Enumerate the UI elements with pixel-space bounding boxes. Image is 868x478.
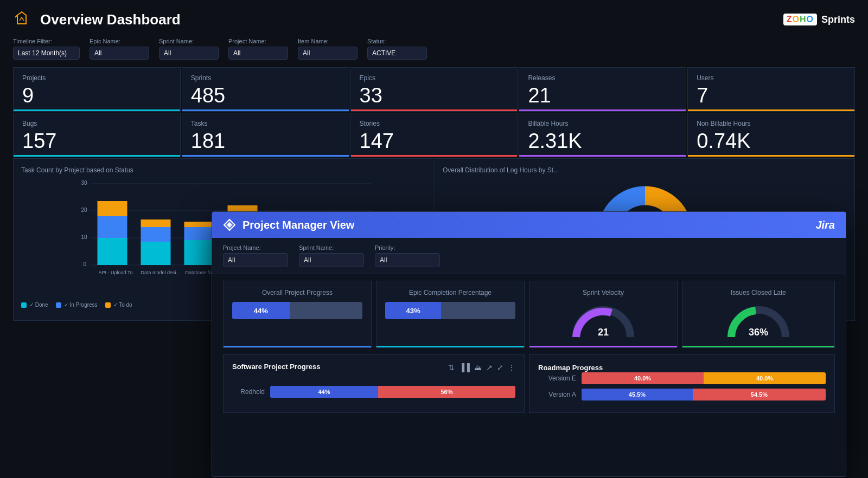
pm-filter-sprint-label: Sprint Name: xyxy=(299,244,364,251)
pm-filter-sprint-select[interactable]: All xyxy=(299,253,364,267)
stat-nonbillable-label: Non Billable Hours xyxy=(697,120,846,127)
pm-metric-epic-fill: 43% xyxy=(385,302,441,319)
pm-filters: Project Name: All Sprint Name: All Prior… xyxy=(212,238,846,274)
pm-diamond-icon xyxy=(223,218,236,231)
pm-filter-priority-select[interactable]: All High Medium Low xyxy=(375,253,440,267)
svg-rect-14 xyxy=(141,219,171,227)
stat-nonbillable: Non Billable Hours 0.74K xyxy=(687,113,855,157)
pm-bar-versionA-seg2: 54.5% xyxy=(693,389,826,401)
stats-row-2: Bugs 157 Tasks 181 Stories 147 Billable … xyxy=(13,113,855,157)
toolbar-more-icon[interactable]: ⋮ xyxy=(508,363,515,372)
filter-project-label: Project Name: xyxy=(228,38,288,44)
stat-users-value: 7 xyxy=(697,85,846,106)
filter-timeline-label: Timeline Filter: xyxy=(13,38,80,44)
pm-bar-versionE-seg2: 40.0% xyxy=(704,372,826,384)
filter-status-label: Status: xyxy=(367,38,427,44)
pm-metrics-row: Overall Project Progress 44% Epic Comple… xyxy=(212,281,846,348)
stat-projects: Projects 9 xyxy=(13,67,181,112)
filter-epic-select[interactable]: All xyxy=(90,47,149,60)
stat-billable-label: Billable Hours xyxy=(528,120,677,127)
zoho-h: H xyxy=(800,15,807,24)
bar-chart-title: Task Count by Project based on Status xyxy=(21,166,425,174)
pm-filter-project-select[interactable]: All xyxy=(223,253,288,267)
legend-todo-dot xyxy=(105,302,111,308)
stat-tasks-label: Tasks xyxy=(191,120,340,127)
stat-epics-value: 33 xyxy=(360,85,509,106)
pm-stacked-bar-redhold: 44% 56% xyxy=(270,386,515,398)
svg-rect-13 xyxy=(141,227,171,242)
filter-timeline-select[interactable]: Last 12 Month(s) xyxy=(13,47,80,60)
filter-timeline: Timeline Filter: Last 12 Month(s) xyxy=(13,38,80,60)
pm-roadmap-title: Roadmap Progress xyxy=(538,364,603,372)
issues-gauge-svg: 36% xyxy=(726,302,791,340)
pm-bar-row-redhold: Redhold 44% 56% xyxy=(232,386,515,398)
svg-rect-17 xyxy=(184,222,214,227)
filter-sprint-select[interactable]: All xyxy=(159,47,219,60)
stat-projects-value: 9 xyxy=(22,85,171,106)
filter-status-select[interactable]: ACTIVE xyxy=(367,47,427,60)
pm-software-title: Software Project Progress xyxy=(232,363,321,371)
pm-software-progress: Software Project Progress ⇅ ▐▐ ⛰ ↗ ⤢ ⋮ R… xyxy=(223,354,525,413)
legend-todo-label: ✓ To do xyxy=(113,302,132,308)
legend-done-label: ✓ Done xyxy=(29,302,48,308)
stats-row-1: Projects 9 Sprints 485 Epics 33 Releases… xyxy=(13,67,855,112)
stat-epics: Epics 33 xyxy=(350,67,518,112)
stat-billable-value: 2.31K xyxy=(528,131,677,151)
pm-bar-versionE-seg1: 40.0% xyxy=(582,372,704,384)
stat-releases-value: 21 xyxy=(528,85,677,106)
pm-metric-sprint-velocity: Sprint Velocity 21 xyxy=(529,281,678,348)
stat-releases-label: Releases xyxy=(528,74,677,82)
zoho-brand-text: Z O H O xyxy=(783,14,817,25)
stat-bugs-label: Bugs xyxy=(22,120,171,127)
zoho-o1: O xyxy=(793,15,800,24)
zoho-o2: O xyxy=(807,15,814,24)
stat-tasks-value: 181 xyxy=(191,131,340,151)
legend-done-dot xyxy=(21,302,27,308)
roadmap-versionE-label: Version E xyxy=(538,374,576,382)
filter-sprint-label: Sprint Name: xyxy=(159,38,219,44)
pm-overlay: Project Manager View Jira Project Name: … xyxy=(212,211,846,477)
toolbar-area-icon[interactable]: ⛰ xyxy=(474,363,482,372)
toolbar-expand-icon[interactable]: ⤢ xyxy=(497,363,503,372)
stat-stories-label: Stories xyxy=(360,120,509,127)
zoho-z: Z xyxy=(787,15,793,24)
filter-item-label: Item Name: xyxy=(298,38,358,44)
svg-text:30: 30 xyxy=(81,180,88,186)
pm-stacked-bar-versionA: 45.5% 54.5% xyxy=(582,389,826,401)
svg-text:36%: 36% xyxy=(749,327,768,338)
pm-bar-redhold-seg2: 56% xyxy=(378,386,515,398)
pm-stacked-bar-versionE: 40.0% 40.0% xyxy=(582,372,826,384)
stat-bugs: Bugs 157 xyxy=(13,113,181,157)
stat-epics-label: Epics xyxy=(360,74,509,82)
pm-bottom-row: Software Project Progress ⇅ ▐▐ ⛰ ↗ ⤢ ⋮ R… xyxy=(212,354,846,413)
toolbar-bar-icon[interactable]: ▐▐ xyxy=(459,363,470,372)
toolbar-export-icon[interactable]: ↗ xyxy=(486,363,493,372)
pm-header-left: Project Manager View xyxy=(223,218,354,231)
legend-inprogress-label: ✓ In Progress xyxy=(64,302,98,308)
roadmap-row-versionA: Version A 45.5% 54.5% xyxy=(538,389,826,401)
stat-billable: Billable Hours 2.31K xyxy=(519,113,686,157)
pm-view-title: Project Manager View xyxy=(242,219,354,231)
svg-rect-12 xyxy=(141,242,171,265)
legend-todo: ✓ To do xyxy=(105,302,132,308)
dashboard-title: Overview Dashboard xyxy=(40,11,181,28)
filter-item-select[interactable]: All xyxy=(298,47,358,60)
donut-chart-title: Overall Distribution of Log Hours by St.… xyxy=(443,166,847,174)
svg-text:0: 0 xyxy=(84,261,87,267)
pm-metric-issues-gauge: 36% xyxy=(691,302,826,340)
filter-project-select[interactable]: All xyxy=(228,47,288,60)
filter-epic-label: Epic Name: xyxy=(90,38,149,44)
legend-inprogress-dot xyxy=(56,302,61,308)
roadmap-row-versionE: Version E 40.0% 40.0% xyxy=(538,372,826,384)
stat-sprints-value: 485 xyxy=(191,85,340,106)
stat-users-label: Users xyxy=(697,74,846,82)
toolbar-sort-icon[interactable]: ⇅ xyxy=(448,363,455,372)
stat-users: Users 7 xyxy=(687,67,855,112)
svg-text:21: 21 xyxy=(598,327,609,338)
filters-row: Timeline Filter: Last 12 Month(s) Epic N… xyxy=(13,38,855,60)
pm-roadmap-progress: Roadmap Progress Version E 40.0% 40.0% V… xyxy=(529,354,835,413)
pm-filter-sprint: Sprint Name: All xyxy=(299,244,364,267)
pm-filter-priority-label: Priority: xyxy=(375,244,440,251)
svg-text:10: 10 xyxy=(81,234,88,240)
jira-label: Jira xyxy=(815,219,835,231)
